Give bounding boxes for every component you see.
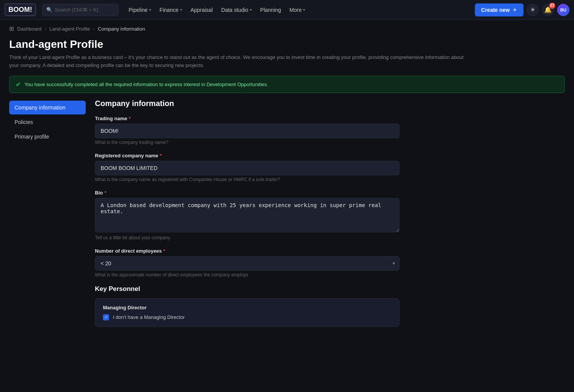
plus-icon: ＋ [512, 7, 517, 13]
breadcrumb: ⊞ Dashboard › Land-agent Profile › Compa… [0, 20, 574, 35]
top-navigation: BOOM! 🔍 Search (Ctrl/⌘ + K) Pipeline ▾ F… [0, 0, 574, 20]
sidebar-item-policies[interactable]: Policies [9, 115, 86, 129]
chevron-down-icon: ▾ [303, 8, 305, 12]
managing-director-role-label: Managing Director [103, 305, 391, 310]
search-icon: 🔍 [46, 7, 52, 13]
trading-name-input[interactable] [95, 124, 400, 138]
trading-name-field-group: Trading name * What is the company tradi… [95, 116, 400, 145]
nav-item-pipeline[interactable]: Pipeline ▾ [125, 5, 155, 15]
check-circle-icon: ✔ [16, 81, 21, 88]
form-section-title: Company information [95, 99, 400, 108]
trading-name-label: Trading name * [95, 116, 400, 121]
bio-label: Bio * [95, 190, 400, 196]
sidebar: Company information Policies Primary pro… [9, 99, 86, 342]
employees-field-group: Number of direct employees * < 20 20-50 … [95, 248, 400, 278]
success-banner: ✔ You have successfully completed all th… [9, 76, 565, 93]
sidebar-item-company-information[interactable]: Company information [9, 101, 86, 114]
page-title: Land-agent Profile [9, 38, 565, 51]
employees-select-wrap: < 20 20-50 50-100 100-500 500+ ▾ [95, 256, 400, 271]
employees-select[interactable]: < 20 20-50 50-100 100-500 500+ [95, 256, 400, 271]
nav-actions: Create new ＋ ☀ 🔔 37 BU [475, 3, 569, 16]
no-managing-director-label: I don't have a Managing Director [113, 314, 184, 320]
chevron-down-icon: ▾ [180, 8, 182, 12]
registered-company-name-field-group: Registered company name * What is the co… [95, 153, 400, 182]
breadcrumb-dashboard[interactable]: Dashboard [17, 26, 42, 32]
search-bar[interactable]: 🔍 Search (Ctrl/⌘ + K) [42, 4, 119, 16]
sidebar-item-primary-profile[interactable]: Primary profile [9, 130, 86, 144]
notifications-button[interactable]: 🔔 37 [542, 4, 554, 16]
required-indicator: * [104, 190, 106, 196]
dashboard-icon: ⊞ [9, 25, 14, 32]
employees-hint: What is the approximate number of direct… [95, 272, 400, 278]
nav-item-appraisal[interactable]: Appraisal [187, 5, 217, 15]
breadcrumb-land-agent[interactable]: Land-agent Profile [49, 26, 90, 32]
registered-company-name-label: Registered company name * [95, 153, 400, 158]
nav-item-finance[interactable]: Finance ▾ [156, 5, 186, 15]
employees-label: Number of direct employees * [95, 248, 400, 254]
create-new-button[interactable]: Create new ＋ [475, 3, 523, 16]
trading-name-hint: What is the company trading name? [95, 140, 400, 145]
page-header: Land-agent Profile Think of your Land-ag… [0, 35, 574, 76]
registered-company-name-input[interactable] [95, 161, 400, 175]
main-layout: Company information Policies Primary pro… [0, 99, 574, 342]
breadcrumb-current: Company information [98, 26, 145, 32]
no-managing-director-checkbox[interactable]: ✓ [103, 314, 109, 320]
nav-links: Pipeline ▾ Finance ▾ Appraisal Data stud… [125, 5, 309, 15]
sun-icon: ☀ [530, 6, 535, 13]
key-personnel-section-title: Key Personnel [95, 285, 400, 293]
required-indicator: * [129, 116, 131, 121]
breadcrumb-separator: › [93, 26, 95, 32]
success-message: You have successfully completed all the … [24, 82, 268, 87]
nav-item-data-studio[interactable]: Data studio ▾ [217, 5, 256, 15]
notification-badge: 37 [549, 3, 555, 9]
avatar[interactable]: BU [557, 4, 569, 16]
bio-hint: Tell us a little bit about your company [95, 235, 400, 240]
key-personnel-card: Managing Director ✓ I don't have a Manag… [95, 298, 400, 327]
page-subtitle: Think of your Land-agent Profile as a bu… [9, 54, 468, 70]
required-indicator: * [163, 248, 165, 254]
registered-company-name-hint: What is the company name as registered w… [95, 177, 400, 182]
chevron-down-icon: ▾ [250, 8, 252, 12]
main-content: Company information Trading name * What … [86, 99, 400, 342]
required-indicator: * [160, 153, 161, 158]
nav-item-planning[interactable]: Planning [256, 5, 285, 15]
nav-item-more[interactable]: More ▾ [285, 5, 309, 15]
search-placeholder-text: Search (Ctrl/⌘ + K) [55, 7, 98, 13]
bio-field-group: Bio * Tell us a little bit about your co… [95, 190, 400, 240]
checkmark-icon: ✓ [104, 315, 108, 319]
app-logo: BOOM! [5, 3, 36, 16]
bio-textarea[interactable] [95, 198, 400, 232]
breadcrumb-separator: › [45, 26, 46, 32]
theme-toggle-button[interactable]: ☀ [527, 4, 539, 16]
chevron-down-icon: ▾ [149, 8, 151, 12]
managing-director-checkbox-row: ✓ I don't have a Managing Director [103, 314, 391, 320]
